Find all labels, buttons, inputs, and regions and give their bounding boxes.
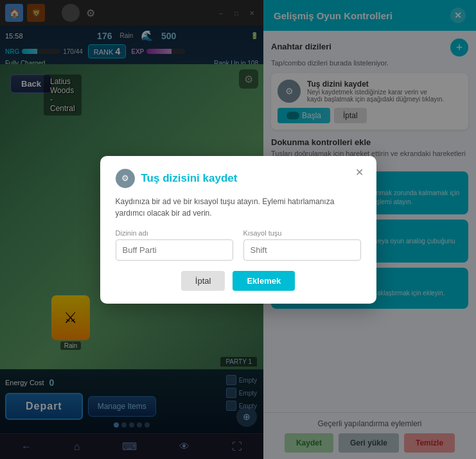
modal-desc: Kaydınıza bir ad ve bir kısayol tuşu ata… bbox=[116, 196, 361, 219]
kisayol-tusu-input[interactable] bbox=[243, 239, 361, 261]
field-label-name: Dizinin adı bbox=[116, 229, 233, 237]
modal-title: Tuş dizisini kaydet bbox=[141, 172, 238, 185]
modal-header: ⚙ Tuş dizisini kaydet bbox=[116, 169, 361, 188]
modal-actions: İptal Eklemek bbox=[116, 271, 361, 291]
modal-dialog: ⚙ Tuş dizisini kaydet ✕ Kaydınıza bir ad… bbox=[100, 156, 376, 304]
modal-close-button[interactable]: ✕ bbox=[352, 165, 367, 180]
field-label-shortcut: Kısayol tuşu bbox=[243, 229, 361, 237]
modal-icon: ⚙ bbox=[116, 169, 135, 188]
field-group-name: Dizinin adı bbox=[116, 229, 233, 261]
modal-iptal-button[interactable]: İptal bbox=[181, 271, 225, 291]
modal-overlay: ⚙ Tuş dizisini kaydet ✕ Kaydınıza bir ad… bbox=[0, 0, 476, 459]
dizinin-adi-input[interactable] bbox=[116, 239, 233, 261]
modal-eklemek-button[interactable]: Eklemek bbox=[233, 271, 295, 291]
modal-fields: Dizinin adı Kısayol tuşu bbox=[116, 229, 361, 261]
field-group-shortcut: Kısayol tuşu bbox=[243, 229, 361, 261]
